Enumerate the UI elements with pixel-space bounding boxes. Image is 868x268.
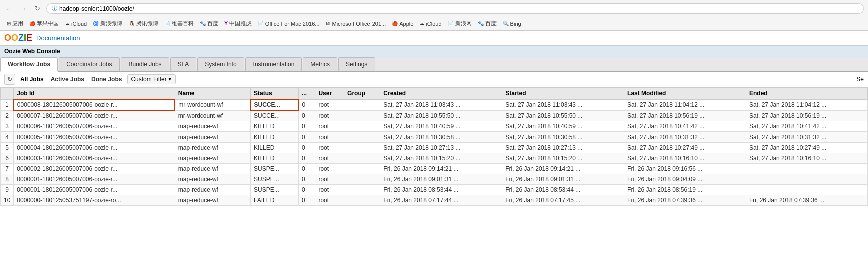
- col-started[interactable]: Started: [502, 88, 624, 100]
- job-created-cell: Sat, 27 Jan 2018 10:40:59 ...: [380, 121, 502, 132]
- job-group-cell: [344, 195, 380, 206]
- bookmark-bing[interactable]: 🔍 Bing: [500, 20, 524, 28]
- bookmark-office-mac[interactable]: 📄 Office For Mac 2016...: [255, 20, 322, 28]
- job-id-cell[interactable]: 0000008-180126005007006-oozie-r...: [14, 99, 175, 110]
- col-last-modified[interactable]: Last Modified: [624, 88, 746, 100]
- bookmark-apple-china[interactable]: 🍎 苹果中国: [27, 19, 61, 28]
- job-ended-cell: [746, 174, 868, 185]
- bookmarks-bar: ⊞ 应用 🍎 苹果中国 ☁ iCloud 🌀 新浪微博 🐧 腾讯微博 📄 维基百…: [0, 17, 868, 30]
- job-status-cell: SUSPE...: [251, 174, 299, 185]
- sina-icon: 📄: [448, 21, 454, 26]
- job-dots-cell: 0: [298, 153, 315, 164]
- job-last-modified-cell: Sat, 27 Jan 2018 10:41:42 ...: [624, 121, 746, 132]
- table-row: 30000006-180126005007006-oozie-r...map-r…: [1, 121, 868, 132]
- job-group-cell: [344, 99, 380, 110]
- all-jobs-link[interactable]: All Jobs: [18, 75, 46, 84]
- job-group-cell: [344, 164, 380, 174]
- browser-nav: ← → ↻ ⓘ: [0, 0, 868, 17]
- row-num: 4: [1, 132, 14, 143]
- job-ended-cell: Sat, 27 Jan 2018 11:04:12 ...: [746, 99, 868, 110]
- tab-system-info[interactable]: System Info: [197, 57, 244, 71]
- office-mac-icon: 📄: [258, 21, 264, 26]
- col-group[interactable]: Group: [344, 88, 380, 100]
- table-row: 20000007-180126005007006-oozie-r...mr-wo…: [1, 110, 868, 121]
- address-bar[interactable]: ⓘ: [46, 3, 864, 14]
- tab-bundle-jobs[interactable]: Bundle Jobs: [121, 57, 169, 71]
- jobs-table: Job Id Name Status ... User Group Create…: [0, 87, 868, 206]
- bookmark-tencent-weibo[interactable]: 🐧 腾讯微博: [126, 19, 161, 28]
- jobs-table-container: Job Id Name Status ... User Group Create…: [0, 87, 868, 206]
- job-started-cell: Fri, 26 Jan 2018 08:53:44 ...: [502, 185, 624, 195]
- col-user[interactable]: User: [315, 88, 344, 100]
- job-user-cell: root: [315, 153, 344, 164]
- back-button[interactable]: ←: [4, 4, 14, 14]
- job-id-cell[interactable]: 0000001-180126005007006-oozie-r...: [14, 174, 175, 185]
- job-group-cell: [344, 143, 380, 153]
- ms-office-icon: 🖥: [325, 21, 330, 26]
- baidu2-icon: 🐾: [478, 21, 484, 26]
- job-id-cell[interactable]: 0000005-180126005007006-oozie-r...: [14, 132, 175, 143]
- tab-instrumentation[interactable]: Instrumentation: [245, 57, 302, 71]
- job-name-cell: map-reduce-wf: [175, 174, 250, 185]
- job-group-cell: [344, 110, 380, 121]
- job-id-cell[interactable]: 0000000-180125053751197-oozie-ro...: [14, 195, 175, 206]
- job-id-cell[interactable]: 0000001-180126005007006-oozie-r...: [14, 185, 175, 195]
- job-started-cell: Fri, 26 Jan 2018 07:17:45 ...: [502, 195, 624, 206]
- url-input[interactable]: [59, 5, 858, 12]
- forward-button[interactable]: →: [18, 4, 28, 14]
- bookmark-wikipedia[interactable]: 📄 维基百科: [162, 19, 196, 28]
- tab-sla[interactable]: SLA: [170, 57, 197, 71]
- tab-metrics[interactable]: Metrics: [303, 57, 337, 71]
- dropdown-arrow-icon: ▼: [168, 77, 172, 82]
- bookmark-baidu2[interactable]: 🐾 百度: [475, 19, 499, 28]
- job-created-cell: Fri, 26 Jan 2018 09:01:31 ...: [380, 174, 502, 185]
- job-created-cell: Sat, 27 Jan 2018 10:55:50 ...: [380, 110, 502, 121]
- row-num: 9: [1, 185, 14, 195]
- bookmark-apps[interactable]: ⊞ 应用: [4, 19, 26, 28]
- col-ended[interactable]: Ended: [746, 88, 868, 100]
- job-last-modified-cell: Fri, 26 Jan 2018 09:16:56 ...: [624, 164, 746, 174]
- col-name[interactable]: Name: [175, 88, 250, 100]
- bookmark-icloud2[interactable]: ☁ iCloud: [417, 20, 444, 28]
- job-id-cell[interactable]: 0000004-180126005007006-oozie-r...: [14, 143, 175, 153]
- bookmark-apple[interactable]: 🍎 Apple: [389, 20, 416, 28]
- table-row: 60000003-180126005007006-oozie-r...map-r…: [1, 153, 868, 164]
- documentation-link[interactable]: Documentation: [36, 34, 80, 42]
- bookmark-ms-office[interactable]: 🖥 Microsoft Office 201...: [323, 20, 388, 28]
- done-jobs-link[interactable]: Done Jobs: [89, 75, 124, 84]
- job-created-cell: Fri, 26 Jan 2018 08:53:44 ...: [380, 185, 502, 195]
- job-id-cell[interactable]: 0000002-180126005007006-oozie-r...: [14, 164, 175, 174]
- job-id-cell[interactable]: 0000006-180126005007006-oozie-r...: [14, 121, 175, 132]
- bookmark-sina-weibo[interactable]: 🌀 新浪微博: [90, 19, 125, 28]
- job-status-cell: SUSPE...: [251, 164, 299, 174]
- tab-settings[interactable]: Settings: [338, 57, 375, 71]
- active-jobs-link[interactable]: Active Jobs: [49, 75, 86, 84]
- tab-workflow-jobs[interactable]: Workflow Jobs: [0, 57, 58, 72]
- job-ended-cell: [746, 164, 868, 174]
- refresh-jobs-button[interactable]: ↻: [4, 74, 15, 85]
- custom-filter-button[interactable]: Custom Filter ▼: [127, 74, 175, 84]
- bookmark-sina[interactable]: 📄 新浪网: [445, 19, 474, 28]
- row-num: 10: [1, 195, 14, 206]
- job-name-cell: mr-wordcount-wf: [175, 99, 250, 110]
- job-id-cell[interactable]: 0000003-180126005007006-oozie-r...: [14, 153, 175, 164]
- col-created[interactable]: Created: [380, 88, 502, 100]
- job-dots-cell: 0: [298, 121, 315, 132]
- bookmark-icloud[interactable]: ☁ iCloud: [62, 20, 89, 28]
- job-created-cell: Fri, 26 Jan 2018 09:14:21 ...: [380, 164, 502, 174]
- job-id-cell[interactable]: 0000007-180126005007006-oozie-r...: [14, 110, 175, 121]
- refresh-button[interactable]: ↻: [32, 4, 42, 14]
- job-last-modified-cell: Sat, 27 Jan 2018 10:56:19 ...: [624, 110, 746, 121]
- tab-coordinator-jobs[interactable]: Coordinator Jobs: [59, 57, 119, 71]
- apple-china-icon: 🍎: [29, 21, 35, 26]
- table-header-row: Job Id Name Status ... User Group Create…: [1, 88, 868, 100]
- bookmark-yahoo-china[interactable]: Y 中国雅虎: [222, 19, 254, 28]
- row-num: 3: [1, 121, 14, 132]
- yahoo-china-icon: Y: [224, 21, 228, 26]
- col-status[interactable]: Status: [251, 88, 299, 100]
- console-title-bar: Oozie Web Console: [0, 46, 868, 57]
- col-job-id[interactable]: Job Id: [14, 88, 175, 100]
- jobs-toolbar: ↻ All Jobs Active Jobs Done Jobs Custom …: [0, 72, 868, 87]
- job-user-cell: root: [315, 143, 344, 153]
- bookmark-baidu[interactable]: 🐾 百度: [197, 19, 221, 28]
